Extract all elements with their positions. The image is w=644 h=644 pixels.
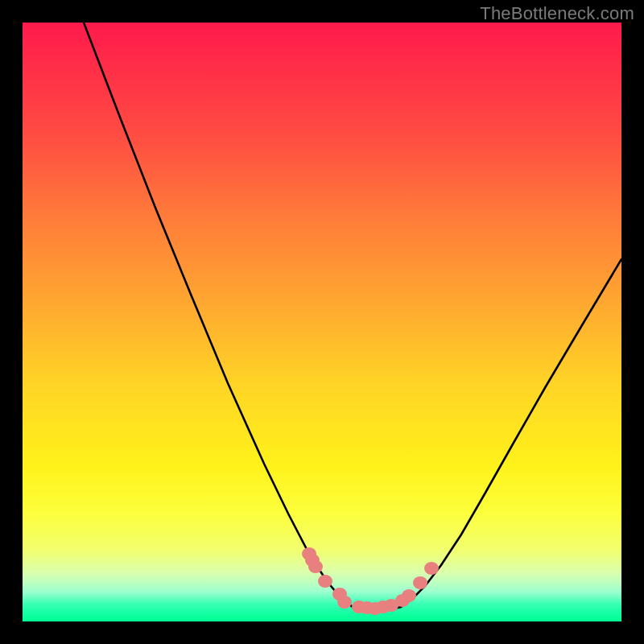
highlight-marker <box>402 589 416 602</box>
bottleneck-curve <box>84 23 621 610</box>
plot-area <box>23 23 621 621</box>
highlight-marker <box>308 560 323 573</box>
highlight-markers <box>302 547 439 615</box>
bottleneck-curve-svg <box>23 23 621 621</box>
highlight-marker <box>413 576 427 589</box>
highlight-marker <box>337 596 352 609</box>
highlight-marker <box>318 575 332 588</box>
chart-frame: TheBottleneck.com <box>0 0 644 644</box>
highlight-marker <box>424 562 439 575</box>
watermark-text: TheBottleneck.com <box>480 3 634 24</box>
